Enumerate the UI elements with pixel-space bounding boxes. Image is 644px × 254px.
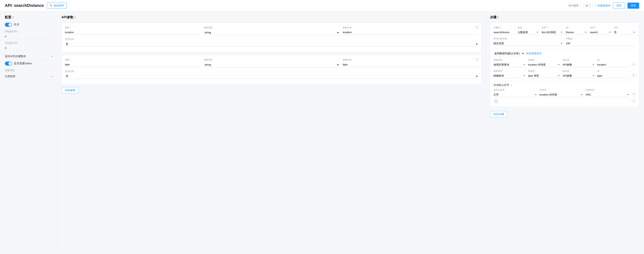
step-app-select[interactable]: lbs:LBS系统 bbox=[542, 30, 564, 35]
search-col-select-1[interactable]: location 经纬度 bbox=[528, 62, 560, 67]
param-block-1: ✕ 参数 * 参数类型 string 参数名称 bbox=[62, 23, 482, 52]
on-off-toggle[interactable] bbox=[5, 23, 12, 27]
add-condition-button[interactable]: 添加搜索条件 bbox=[526, 52, 542, 55]
param-name-input-1[interactable] bbox=[65, 30, 200, 35]
version-value: v1 bbox=[585, 4, 588, 7]
step-row-1: 步骤ID * 类型 云数据库 应用 * lbs:LBS系统 bbox=[494, 26, 636, 35]
row-source-select[interactable]: 固定设置 bbox=[494, 41, 564, 46]
sort-col-select[interactable]: location 经纬度 bbox=[540, 92, 583, 97]
version-select[interactable]: v1 ▼ bbox=[584, 3, 593, 8]
api-title: API: searchDistance bbox=[5, 3, 44, 8]
search-type-field-2: 搜索类型 精确查询 bbox=[494, 70, 526, 78]
remove-step-button[interactable]: ✕ bbox=[632, 99, 636, 103]
api-price-value: 4 bbox=[5, 46, 53, 50]
step-row-2: 查询行数来源 固定设置 行数值 bbox=[494, 37, 636, 46]
create-version-link[interactable]: + 创建新版本 bbox=[595, 4, 610, 7]
basic-info-button[interactable]: ✏️ 基础资料 bbox=[47, 2, 67, 9]
remove-condition-2-button[interactable]: ✕ bbox=[632, 73, 636, 77]
add-param-button[interactable]: 添加参数 bbox=[62, 87, 79, 94]
permission-select-row[interactable]: 无需权限 ▼ bbox=[5, 73, 53, 80]
distance-type-label: 距离类型 bbox=[586, 89, 629, 92]
search-type-select-2[interactable]: 精确查询 bbox=[494, 73, 526, 78]
permission-label: 权限类型 bbox=[5, 69, 53, 72]
search-source-label-1: 值来源 bbox=[562, 59, 595, 62]
add-step-button[interactable]: 添加步骤 bbox=[490, 111, 508, 118]
search-condition-1: 搜索类型 地理距离查询 搜索列 location 经纬度 值来源 API参数 bbox=[494, 59, 636, 67]
step-table-label: 表 * bbox=[566, 26, 588, 29]
search-value-input-1[interactable] bbox=[597, 62, 630, 67]
return-data-label: 返回全部步骤数据 bbox=[5, 54, 26, 58]
step-action-select[interactable]: search bbox=[590, 30, 612, 35]
return-data-select[interactable]: 返回数据列(默认全部) bbox=[494, 51, 524, 56]
param-alias-input-2[interactable] bbox=[343, 62, 478, 67]
param-type-field-1: 参数类型 string bbox=[204, 26, 339, 35]
search-source-field-1: 值来源 API参数 bbox=[562, 59, 595, 67]
remove-condition-1-button[interactable]: ✕ bbox=[632, 62, 636, 66]
param-required-label-1: 是否必须 bbox=[65, 38, 478, 41]
search-type-select-1[interactable]: 地理距离查询 bbox=[494, 62, 526, 67]
sort-label-row[interactable]: 添加默认排序 ▾ bbox=[494, 83, 636, 87]
step-type-select[interactable]: 云数据库 bbox=[518, 30, 540, 35]
param-name-field-1: 参数 * bbox=[65, 26, 200, 35]
param-alias-input-1[interactable] bbox=[343, 30, 478, 35]
step-parallel-select[interactable]: 否 是 bbox=[614, 30, 636, 35]
divider-1 bbox=[494, 48, 636, 48]
step-parallel-field: 并行 否 是 bbox=[614, 26, 636, 35]
search-value-input-2[interactable] bbox=[597, 73, 630, 78]
api-price-label: API定价:RU bbox=[5, 41, 53, 45]
api-cost-item: API成本:RU 4 bbox=[5, 30, 53, 39]
api-version-label: API 版本： bbox=[568, 4, 581, 7]
token-toggle[interactable] bbox=[5, 62, 12, 66]
param-alias-field-1: 参数名称 bbox=[343, 26, 478, 35]
param-required-select-1[interactable]: 是 否 bbox=[65, 41, 478, 47]
search-source-select-1[interactable]: API参数 bbox=[562, 62, 595, 67]
geo-sort-select[interactable]: 正序 倒序 bbox=[494, 92, 537, 97]
param-type-select-1[interactable]: string bbox=[204, 30, 339, 35]
api-params-panel: API参数： ✕ 参数 * 参数类型 string 参数名称 bbox=[57, 15, 486, 250]
main-content: 配置： 开关 API成本:RU 4 API定价:RU 4 返回全部步骤数据 ▼ … bbox=[0, 11, 644, 254]
param-name-input-2[interactable] bbox=[65, 62, 200, 67]
sort-col-label: 排序列 bbox=[540, 89, 583, 92]
config-title: 配置： bbox=[5, 15, 53, 19]
save-button[interactable]: 保存 bbox=[628, 2, 639, 9]
step-action-label: 动作 * bbox=[590, 26, 612, 29]
step-table-select[interactable]: Device bbox=[566, 30, 588, 35]
row-count-input[interactable] bbox=[566, 41, 636, 46]
param-name-label-1: 参数 * bbox=[65, 26, 200, 29]
toggle-row: 开关 bbox=[5, 23, 53, 27]
close-param-2-button[interactable]: ✕ bbox=[475, 58, 479, 62]
search-col-label-1: 搜索列 bbox=[528, 59, 560, 62]
api-price-item: API定价:RU 4 bbox=[5, 41, 53, 50]
step-id-input[interactable] bbox=[494, 30, 515, 35]
close-param-1-button[interactable]: ✕ bbox=[475, 25, 479, 29]
search-col-select-2[interactable]: type 类型 bbox=[528, 73, 560, 78]
return-data-row[interactable]: 返回全部步骤数据 ▼ bbox=[5, 53, 53, 60]
param-required-select-2[interactable]: 否 是 bbox=[65, 74, 478, 79]
permission-value: 无需权限 bbox=[5, 75, 15, 78]
required-star-2: * bbox=[70, 59, 71, 61]
top-bar: API: searchDistance ✏️ 基础资料 API 版本： v1 ▼… bbox=[0, 0, 644, 11]
test-button[interactable]: 调试 bbox=[613, 2, 625, 9]
step-table-field: 表 * Device bbox=[566, 26, 588, 35]
sort-fields-row: 地理点排序 正序 倒序 排序列 location 经纬度 距离类型 bbox=[494, 89, 636, 97]
row-source-label: 查询行数来源 bbox=[494, 37, 564, 40]
api-params-title: API参数： bbox=[62, 15, 482, 19]
remove-sort-button[interactable]: ✕ bbox=[632, 92, 636, 96]
param-row-2: 参数 * 参数类型 string 参数名称 bbox=[65, 58, 478, 67]
search-type-label-1: 搜索类型 bbox=[494, 59, 526, 62]
distance-type-select[interactable]: ARC PLANE bbox=[586, 92, 629, 97]
step-id-field: 步骤ID * bbox=[494, 26, 515, 35]
geo-sort-label: 地理点排序 bbox=[494, 89, 537, 92]
api-cost-value: 4 bbox=[5, 34, 53, 39]
steps-title: 步骤： bbox=[490, 15, 639, 19]
param-type-select-2[interactable]: string bbox=[204, 62, 339, 67]
param-required-field-2: 是否必须 否 是 bbox=[65, 70, 478, 79]
step-type-label: 类型 bbox=[518, 26, 540, 29]
chevron-down-icon: ▼ bbox=[51, 75, 53, 78]
search-value-label-2: 值 bbox=[597, 70, 630, 73]
param-row-1: 参数 * 参数类型 string 参数名称 bbox=[65, 26, 478, 35]
add-step-icon-button[interactable] bbox=[494, 99, 498, 104]
step-id-label: 步骤ID * bbox=[494, 26, 515, 29]
search-source-select-2[interactable]: API参数 bbox=[562, 73, 595, 78]
step-app-label: 应用 * bbox=[542, 26, 564, 29]
